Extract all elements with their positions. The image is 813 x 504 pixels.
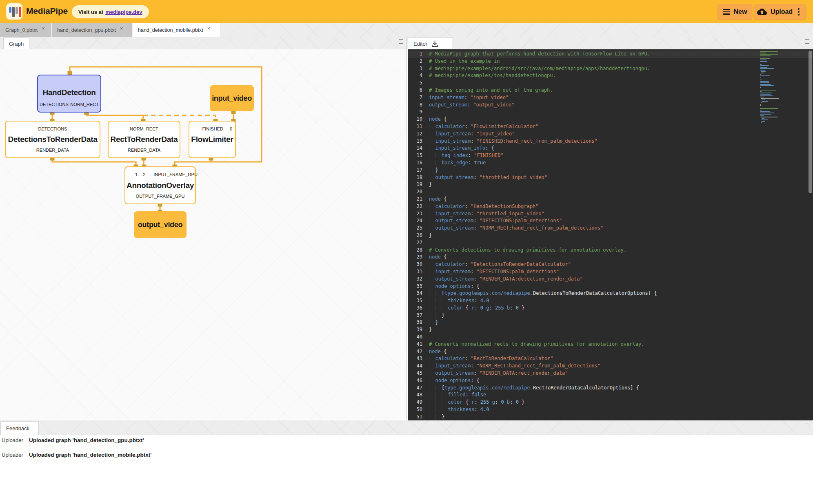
code-line-44[interactable]: 44 input_stream: "NORM_RECT:hand_rect_fr… <box>408 363 813 370</box>
graph-canvas[interactable]: HandDetection DETECTIONS NORM_RECT input… <box>0 49 406 420</box>
code-line-1[interactable]: 1# MediaPipe graph that performs hand de… <box>408 51 813 58</box>
code-line-16[interactable]: 16 back_edge: true <box>408 159 813 167</box>
code-line-29[interactable]: 29node { <box>408 254 813 261</box>
code-line-30[interactable]: 30 calculator: "DetectionsToRenderDataCa… <box>408 261 813 268</box>
code-line-22[interactable]: 22 calculator: "HandDetectionSubgraph" <box>408 203 813 210</box>
code-line-35[interactable]: 35 thickness: 4.0 <box>408 297 813 305</box>
node-annotation-overlay[interactable]: 1 2 INPUT_FRAME_GPU AnnotationOverlay OU… <box>124 166 196 204</box>
code-line-45[interactable]: 45 output_stream: "RENDER_DATA:rect_rend… <box>408 370 813 377</box>
node-rect-to-render-data[interactable]: NORM_RECT RectToRenderData RENDER_DATA <box>108 121 180 158</box>
code-editor[interactable]: 1# MediaPipe graph that performs hand de… <box>408 49 813 420</box>
code-line-40[interactable]: 40 <box>408 334 813 341</box>
line-number: 2 <box>408 58 429 65</box>
node-flow-limiter[interactable]: FINISHED 0 FlowLimiter <box>189 121 236 158</box>
mediapipe-dev-link[interactable]: mediapipe.dev <box>105 9 142 15</box>
line-number: 8 <box>408 102 429 109</box>
code-line-9[interactable]: 9 <box>408 108 813 116</box>
code-line-25[interactable]: 25 output_stream: "NORM_RECT:hand_rect_f… <box>408 225 813 232</box>
tab-hand-detection-mobile[interactable]: hand_detection_mobile.pbtxt × <box>133 23 220 37</box>
code-line-48[interactable]: 48 filled: false <box>408 391 813 399</box>
tab-hand-detection-gpu[interactable]: hand_detection_gpu.pbtxt × <box>52 23 132 37</box>
editor-minimap[interactable] <box>760 51 792 124</box>
node-detections-to-render-data[interactable]: DETECTIONS DetectionsToRenderData RENDER… <box>5 121 100 158</box>
code-line-42[interactable]: 42node { <box>408 348 813 356</box>
code-line-34[interactable]: 34 [type.googleapis.com/mediapipe.Detect… <box>408 290 813 297</box>
code-line-20[interactable]: 20 <box>408 188 813 196</box>
panel-divider[interactable] <box>406 37 407 420</box>
code-line-23[interactable]: 23 input_stream: "throttled_input_video" <box>408 210 813 218</box>
new-button[interactable]: New <box>717 4 752 20</box>
code-line-41[interactable]: 41# Converts normalized rects to drawing… <box>408 341 813 348</box>
line-number: 47 <box>408 385 429 392</box>
code-line-47[interactable]: 47 [type.googleapis.com/mediapipe.RectTo… <box>408 385 813 392</box>
tab-feedback[interactable]: Feedback <box>0 421 39 435</box>
code-line-8[interactable]: 8output_stream: "output_video" <box>408 102 813 109</box>
line-number: 45 <box>408 370 429 377</box>
close-icon[interactable]: × <box>120 26 123 31</box>
line-number: 21 <box>408 196 429 203</box>
code-line-28[interactable]: 28# Converts detections to drawing primi… <box>408 247 813 254</box>
code-line-21[interactable]: 21node { <box>408 196 813 203</box>
code-line-2[interactable]: 2# Used in the example in <box>408 58 813 65</box>
code-line-6[interactable]: 6# Images coming into and out of the gra… <box>408 87 813 94</box>
code-line-31[interactable]: 31 input_stream: "DETECTIONS:palm_detect… <box>408 268 813 276</box>
code-lines[interactable]: 1# MediaPipe graph that performs hand de… <box>408 49 813 420</box>
line-number: 3 <box>408 65 429 73</box>
scrollbar-thumb[interactable] <box>809 51 812 193</box>
code-line-50[interactable]: 50 thickness: 4.0 <box>408 406 813 413</box>
code-line-15[interactable]: 15 tag_index: "FINISHED" <box>408 152 813 159</box>
close-icon[interactable]: × <box>207 26 211 31</box>
code-line-14[interactable]: 14 input_stream_info: { <box>408 145 813 152</box>
code-line-13[interactable]: 13 input_stream: "FINISHED:hand_rect_fro… <box>408 138 813 145</box>
cloud-upload-icon <box>757 9 767 15</box>
code-line-36[interactable]: 36 color { r: 0 g: 255 b: 0 } <box>408 305 813 312</box>
node-hand-detection[interactable]: HandDetection DETECTIONS NORM_RECT <box>37 75 101 113</box>
line-number: 5 <box>408 80 429 87</box>
node-input-video[interactable]: input_video <box>210 85 254 111</box>
port-label-1: 1 <box>135 172 138 177</box>
port-label-in: NORM_RECT <box>109 122 180 131</box>
expand-graph-panel-icon[interactable] <box>399 39 403 44</box>
code-line-11[interactable]: 11 calculator: "FlowLimiterCalculator" <box>408 123 813 130</box>
feedback-source: Uploader <box>2 437 29 443</box>
feedback-panel-header: Feedback <box>0 420 813 435</box>
code-line-17[interactable]: 17 } <box>408 167 813 174</box>
code-line-24[interactable]: 24 output_stream: "DETECTIONS:palm_detec… <box>408 217 813 225</box>
new-button-label: New <box>734 8 747 15</box>
code-line-27[interactable]: 27 <box>408 239 813 247</box>
tab-editor-view[interactable]: Editor <box>408 38 452 49</box>
code-line-4[interactable]: 4# mediapipie/examples/ios/handdetection… <box>408 72 813 80</box>
code-line-33[interactable]: 33 node_options: { <box>408 283 813 290</box>
code-line-37[interactable]: 37 } <box>408 312 813 319</box>
line-number: 20 <box>408 188 429 196</box>
code-line-10[interactable]: 10node { <box>408 116 813 123</box>
line-number: 43 <box>408 355 429 363</box>
code-line-49[interactable]: 49 color { r: 255 g: 0 b: 0 } <box>408 399 813 406</box>
close-icon[interactable]: × <box>42 26 45 31</box>
download-icon[interactable] <box>431 40 438 47</box>
upload-menu-icon[interactable] <box>798 8 800 15</box>
expand-tabrow-icon[interactable] <box>805 28 809 32</box>
expand-editor-panel-icon[interactable] <box>805 39 809 44</box>
code-line-26[interactable]: 26} <box>408 232 813 239</box>
code-line-43[interactable]: 43 calculator: "RectToRenderDataCalculat… <box>408 355 813 363</box>
upload-button[interactable]: Upload <box>754 4 806 20</box>
code-line-32[interactable]: 32 output_stream: "RENDER_DATA:detection… <box>408 276 813 283</box>
tab-graph-0-pbtxt[interactable]: Graph_0.pbtxt × <box>0 23 51 37</box>
code-line-5[interactable]: 5 <box>408 80 813 87</box>
code-line-38[interactable]: 38 } <box>408 319 813 326</box>
code-line-51[interactable]: 51 } <box>408 413 813 420</box>
expand-feedback-panel-icon[interactable] <box>805 424 809 428</box>
code-line-7[interactable]: 7input_stream: "input_video" <box>408 94 813 102</box>
line-number: 27 <box>408 239 429 247</box>
feedback-row: Uploader Uploaded graph 'hand_detection_… <box>2 452 151 458</box>
code-line-46[interactable]: 46 node_options: { <box>408 377 813 385</box>
code-line-39[interactable]: 39} <box>408 326 813 334</box>
line-number: 49 <box>408 399 429 406</box>
code-line-19[interactable]: 19} <box>408 181 813 188</box>
code-line-12[interactable]: 12 input_stream: "input_video" <box>408 130 813 138</box>
tab-graph-view[interactable]: Graph <box>3 38 29 49</box>
node-output-video[interactable]: output_video <box>134 211 187 238</box>
code-line-18[interactable]: 18 output_stream: "throttled_input_video… <box>408 174 813 181</box>
code-line-3[interactable]: 3# mediapipie/examples/android/src/java/… <box>408 65 813 73</box>
